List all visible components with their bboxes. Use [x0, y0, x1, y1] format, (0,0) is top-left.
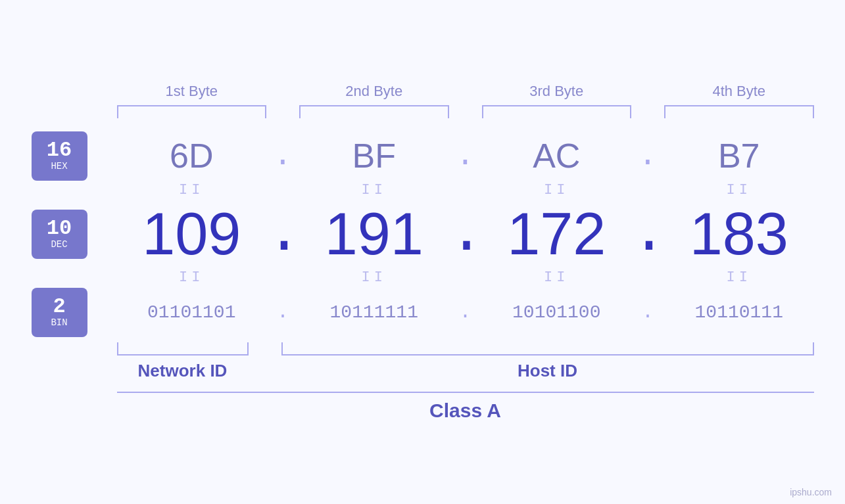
main-container: 1st Byte 2nd Byte 3rd Byte 4th Byte 16 H…	[0, 0, 845, 504]
bracket-4	[664, 105, 814, 118]
dpipe-7: II	[482, 269, 632, 286]
bin-dot-2: .	[449, 302, 482, 322]
bin-val-4: 10110111	[664, 302, 814, 323]
dpipe-4: II	[664, 182, 814, 198]
byte-header-4: 4th Byte	[664, 83, 814, 100]
hex-base-label: HEX	[51, 161, 67, 172]
watermark: ipshu.com	[790, 487, 832, 497]
dpipe-1: II	[117, 182, 267, 198]
dpipe-5: II	[117, 269, 267, 286]
bin-dot-1: .	[266, 302, 299, 322]
dec-dot-2: .	[449, 204, 482, 263]
dec-val-1: 109	[117, 200, 267, 268]
dec-row: 10 DEC 109 . 191 . 172 . 183	[32, 200, 814, 268]
dec-dot-3: .	[631, 204, 664, 263]
top-brackets	[117, 105, 814, 118]
byte-header-2: 2nd Byte	[299, 83, 449, 100]
dpipe-6: II	[299, 269, 449, 286]
bin-badge: 2 BIN	[32, 288, 87, 337]
dec-dot-1: .	[266, 204, 299, 263]
bracket-2	[299, 105, 449, 118]
hex-dot-3: .	[631, 140, 664, 172]
hex-val-4: B7	[664, 136, 814, 175]
dpipe-8: II	[664, 269, 814, 286]
dpipe-2: II	[299, 182, 449, 198]
bin-val-3: 10101100	[482, 302, 632, 323]
bin-base-label: BIN	[51, 317, 67, 328]
byte-header-1: 1st Byte	[117, 83, 267, 100]
network-id-label: Network ID	[117, 361, 249, 381]
byte-headers-row: 1st Byte 2nd Byte 3rd Byte 4th Byte	[117, 83, 814, 100]
bottom-bracket-network	[117, 342, 249, 355]
bracket-1	[117, 105, 267, 118]
bin-base-num: 2	[53, 296, 65, 317]
bottom-brackets	[117, 342, 814, 355]
dpipe-3: II	[482, 182, 632, 198]
dec-val-4: 183	[664, 200, 814, 268]
bottom-bracket-host	[281, 342, 814, 355]
host-id-label: Host ID	[281, 361, 814, 381]
bin-dot-3: .	[631, 302, 664, 322]
dpipe-row-1: II II II II	[117, 181, 814, 200]
dec-values: 109 . 191 . 172 . 183	[117, 200, 814, 268]
dec-badge: 10 DEC	[32, 210, 87, 259]
hex-dot-2: .	[449, 140, 482, 172]
labels-row: Network ID Host ID	[117, 361, 814, 381]
bracket-3	[482, 105, 632, 118]
dec-base-num: 10	[47, 218, 72, 239]
dpipe-row-2: II II II II	[117, 268, 814, 288]
bin-val-1: 01101101	[117, 302, 267, 323]
dec-base-label: DEC	[51, 239, 67, 250]
dec-val-2: 191	[299, 200, 449, 268]
hex-row: 16 HEX 6D . BF . AC . B7	[32, 131, 814, 181]
bin-row: 2 BIN 01101101 . 10111111 . 10101100 . 1…	[32, 288, 814, 337]
hex-val-1: 6D	[117, 136, 267, 175]
hex-badge: 16 HEX	[32, 131, 87, 181]
bin-val-2: 10111111	[299, 302, 449, 323]
hex-val-3: AC	[482, 136, 632, 175]
byte-header-3: 3rd Byte	[482, 83, 632, 100]
class-label: Class A	[117, 400, 814, 422]
class-bracket	[117, 392, 814, 393]
dec-val-3: 172	[482, 200, 632, 268]
hex-dot-1: .	[266, 140, 299, 172]
hex-val-2: BF	[299, 136, 449, 175]
hex-base-num: 16	[47, 140, 72, 161]
bin-values: 01101101 . 10111111 . 10101100 . 1011011…	[117, 302, 814, 323]
hex-values: 6D . BF . AC . B7	[117, 136, 814, 175]
